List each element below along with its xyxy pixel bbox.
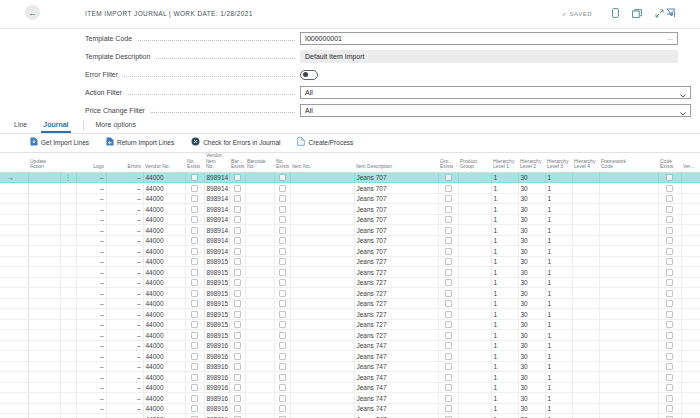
logs-cell[interactable]: – bbox=[76, 235, 106, 246]
checkbox[interactable] bbox=[191, 269, 198, 276]
hierarchy-level-2-cell[interactable]: 30 bbox=[518, 235, 545, 246]
description-cell[interactable]: Jeans 707 bbox=[354, 204, 438, 215]
empty-cell[interactable] bbox=[245, 277, 274, 288]
hierarchy-level-2-cell[interactable]: 30 bbox=[518, 193, 545, 204]
logs-cell[interactable]: – bbox=[76, 340, 106, 351]
checkbox[interactable] bbox=[191, 363, 198, 370]
empty-cell[interactable] bbox=[290, 319, 354, 330]
checkbox[interactable] bbox=[445, 321, 452, 328]
description-cell[interactable]: Jeans 727 bbox=[354, 319, 438, 330]
description-cell[interactable]: Jeans 747 bbox=[354, 382, 438, 393]
checkbox[interactable] bbox=[191, 353, 198, 360]
hierarchy-level-3-cell[interactable]: 1 bbox=[545, 267, 572, 278]
checkbox[interactable] bbox=[666, 395, 673, 402]
hierarchy-level-3-cell[interactable]: 1 bbox=[545, 361, 572, 372]
vendor-item-no-cell[interactable]: 898915 bbox=[204, 288, 229, 299]
vendor-no-cell[interactable]: 44000 bbox=[143, 214, 185, 225]
empty-cell[interactable] bbox=[599, 351, 658, 362]
empty-cell[interactable] bbox=[28, 225, 60, 236]
checkbox[interactable] bbox=[234, 185, 241, 192]
hierarchy-level-3-cell[interactable]: 1 bbox=[545, 214, 572, 225]
hierarchy-level-1-cell[interactable]: 1 bbox=[491, 319, 518, 330]
table-row[interactable]: ––44000898915Jeans 7271301 bbox=[0, 309, 700, 320]
hierarchy-level-3-cell[interactable]: 1 bbox=[545, 340, 572, 351]
empty-cell[interactable] bbox=[28, 393, 60, 404]
logs-cell[interactable]: – bbox=[76, 309, 106, 320]
empty-cell[interactable] bbox=[572, 204, 599, 215]
vendor-no-cell[interactable]: 44000 bbox=[143, 382, 185, 393]
column-header-errors[interactable]: Errors bbox=[106, 153, 143, 172]
checkbox[interactable] bbox=[234, 353, 241, 360]
hierarchy-level-1-cell[interactable]: 1 bbox=[491, 204, 518, 215]
empty-cell[interactable] bbox=[572, 193, 599, 204]
checkbox[interactable] bbox=[666, 311, 673, 318]
hierarchy-level-1-cell[interactable]: 1 bbox=[491, 309, 518, 320]
empty-cell[interactable] bbox=[572, 361, 599, 372]
back-button[interactable]: ← bbox=[25, 5, 40, 20]
hierarchy-level-3-cell[interactable]: 1 bbox=[545, 414, 572, 418]
empty-cell[interactable] bbox=[290, 361, 354, 372]
checkbox[interactable] bbox=[234, 237, 241, 244]
empty-cell[interactable] bbox=[290, 298, 354, 309]
vendor-no-cell[interactable]: 44000 bbox=[143, 183, 185, 194]
errors-cell[interactable]: – bbox=[106, 382, 143, 393]
checkbox[interactable] bbox=[279, 195, 286, 202]
hierarchy-level-1-cell[interactable]: 1 bbox=[491, 267, 518, 278]
checkbox[interactable] bbox=[279, 363, 286, 370]
checkbox[interactable] bbox=[445, 206, 452, 213]
checkbox[interactable] bbox=[279, 353, 286, 360]
empty-cell[interactable] bbox=[681, 330, 700, 341]
checkbox[interactable] bbox=[445, 185, 452, 192]
checkbox[interactable] bbox=[279, 227, 286, 234]
logs-cell[interactable]: – bbox=[76, 267, 106, 278]
checkbox[interactable] bbox=[191, 195, 198, 202]
hierarchy-level-2-cell[interactable]: 30 bbox=[518, 172, 545, 183]
empty-cell[interactable] bbox=[458, 351, 491, 362]
checkbox[interactable] bbox=[445, 195, 452, 202]
checkbox[interactable] bbox=[191, 248, 198, 255]
checkbox[interactable] bbox=[234, 311, 241, 318]
logs-cell[interactable]: – bbox=[76, 372, 106, 383]
hierarchy-level-2-cell[interactable]: 30 bbox=[518, 319, 545, 330]
empty-cell[interactable] bbox=[599, 193, 658, 204]
empty-cell[interactable] bbox=[28, 183, 60, 194]
vendor-no-cell[interactable]: 44000 bbox=[143, 204, 185, 215]
description-cell[interactable]: Jeans 707 bbox=[354, 193, 438, 204]
logs-cell[interactable]: – bbox=[76, 246, 106, 257]
checkbox[interactable] bbox=[234, 195, 241, 202]
logs-cell[interactable]: – bbox=[76, 298, 106, 309]
vendor-item-no-cell[interactable]: 898914 bbox=[204, 235, 229, 246]
empty-cell[interactable] bbox=[458, 298, 491, 309]
empty-cell[interactable] bbox=[28, 204, 60, 215]
empty-cell[interactable] bbox=[245, 193, 274, 204]
checkbox[interactable] bbox=[279, 405, 286, 412]
errors-cell[interactable]: – bbox=[106, 183, 143, 194]
description-cell[interactable]: Jeans 727 bbox=[354, 256, 438, 267]
hierarchy-level-3-cell[interactable]: 1 bbox=[545, 277, 572, 288]
hierarchy-level-2-cell[interactable]: 30 bbox=[518, 256, 545, 267]
table-row[interactable]: ––44000898915Jeans 7271301 bbox=[0, 288, 700, 299]
column-header-update-action[interactable]: Update Action bbox=[28, 153, 60, 172]
vendor-no-cell[interactable]: 44000 bbox=[143, 277, 185, 288]
empty-cell[interactable] bbox=[28, 172, 60, 183]
errors-cell[interactable]: – bbox=[106, 288, 143, 299]
vendor-no-cell[interactable]: 44000 bbox=[143, 372, 185, 383]
column-header-logs[interactable]: Logs bbox=[76, 153, 106, 172]
checkbox[interactable] bbox=[191, 332, 198, 339]
expand-icon[interactable] bbox=[655, 9, 664, 18]
column-header-hierarchy-level-4[interactable]: Hierarchy Level 4 bbox=[572, 153, 599, 172]
empty-cell[interactable] bbox=[572, 298, 599, 309]
checkbox[interactable] bbox=[279, 332, 286, 339]
empty-cell[interactable] bbox=[28, 298, 60, 309]
hierarchy-level-1-cell[interactable]: 1 bbox=[491, 183, 518, 194]
hierarchy-level-2-cell[interactable]: 30 bbox=[518, 382, 545, 393]
hierarchy-level-2-cell[interactable]: 30 bbox=[518, 372, 545, 383]
checkbox[interactable] bbox=[191, 258, 198, 265]
empty-cell[interactable] bbox=[599, 183, 658, 194]
empty-cell[interactable] bbox=[681, 225, 700, 236]
empty-cell[interactable] bbox=[458, 256, 491, 267]
checkbox[interactable] bbox=[279, 300, 286, 307]
assist-edit-button[interactable]: ... bbox=[667, 33, 673, 43]
vendor-item-no-cell[interactable]: 898915 bbox=[204, 267, 229, 278]
empty-cell[interactable] bbox=[458, 214, 491, 225]
